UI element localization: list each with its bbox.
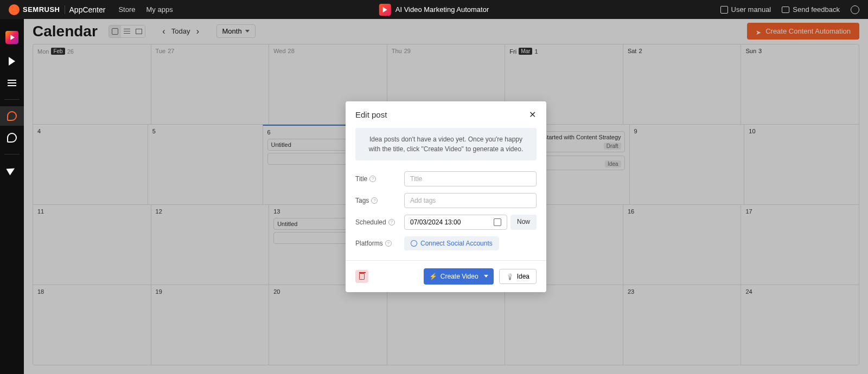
now-button[interactable]: Now <box>510 215 537 230</box>
tags-input[interactable] <box>404 193 537 208</box>
platforms-label: Platforms ? <box>355 240 399 247</box>
comment-icon <box>782 7 789 13</box>
sidebar-list[interactable] <box>0 73 24 93</box>
sidebar-divider <box>4 154 20 154</box>
sidebar <box>0 19 24 374</box>
gear-icon[interactable] <box>851 5 859 14</box>
send-feedback-label: Send feedback <box>793 5 840 14</box>
user-manual-label: User manual <box>731 5 771 14</box>
main: Calendar ‹ Today › Month Create Content … <box>24 19 868 374</box>
idea-label: Idea <box>517 273 529 280</box>
calendar-icon <box>494 218 501 226</box>
modal-overlay[interactable]: Edit post ✕ Idea posts don't have a vide… <box>24 19 868 374</box>
create-video-label: Create Video <box>441 273 478 280</box>
trash-icon <box>359 273 365 280</box>
semrush-icon <box>9 4 20 15</box>
tags-row: Tags ? <box>346 190 546 211</box>
book-icon <box>720 6 728 14</box>
help-icon[interactable]: ? <box>385 240 392 247</box>
nav-myapps[interactable]: My apps <box>146 5 173 14</box>
modal-info-banner: Idea posts don't have a video yet. Once … <box>355 128 537 160</box>
idea-button[interactable]: Idea <box>499 269 537 284</box>
modal-title: Edit post <box>355 110 387 119</box>
top-header: SEMRUSH AppCenter Store My apps AI Video… <box>0 0 868 19</box>
bulb-icon <box>506 273 514 280</box>
send-icon <box>8 166 16 175</box>
title-input[interactable] <box>404 171 537 186</box>
play-outline-icon <box>9 57 15 66</box>
sidebar-send[interactable] <box>0 161 24 180</box>
palette-icon <box>7 111 17 121</box>
sidebar-divider <box>4 99 20 100</box>
header-right: User manual Send feedback <box>720 5 859 14</box>
scheduled-value: 07/03/2024 13:00 <box>410 218 461 226</box>
connect-accounts-button[interactable]: Connect Social Accounts <box>404 236 499 250</box>
app-icon <box>379 4 391 16</box>
tags-label: Tags ? <box>355 197 399 204</box>
nav-store[interactable]: Store <box>118 5 135 14</box>
scheduled-input[interactable]: 07/03/2024 13:00 <box>404 215 507 230</box>
bolt-icon <box>429 273 437 280</box>
platforms-row: Platforms ? Connect Social Accounts <box>346 233 546 254</box>
sidebar-videos[interactable] <box>0 51 24 71</box>
appcenter-label[interactable]: AppCenter <box>65 5 106 14</box>
help-icon[interactable]: ? <box>369 176 376 182</box>
brand-logo: SEMRUSH <box>9 4 60 15</box>
chevron-down-icon <box>484 275 488 278</box>
edit-post-modal: Edit post ✕ Idea posts don't have a vide… <box>346 101 546 292</box>
send-feedback-link[interactable]: Send feedback <box>782 5 840 14</box>
scheduled-label: Scheduled ? <box>355 218 399 226</box>
palette-icon <box>7 133 17 143</box>
delete-button[interactable] <box>355 270 368 283</box>
sidebar-brand-kit-2[interactable] <box>0 128 24 147</box>
user-manual-link[interactable]: User manual <box>720 5 771 14</box>
scheduled-row: Scheduled ? 07/03/2024 13:00 Now <box>346 211 546 233</box>
link-icon <box>410 238 419 248</box>
sidebar-brand-kit-1[interactable] <box>0 106 24 126</box>
help-icon[interactable]: ? <box>371 197 378 204</box>
title-row: Title ? <box>346 168 546 190</box>
create-video-button[interactable]: Create Video <box>424 268 494 285</box>
modal-footer: Create Video Idea <box>346 260 546 292</box>
modal-header: Edit post ✕ <box>346 101 546 125</box>
title-label: Title ? <box>355 175 399 183</box>
close-icon[interactable]: ✕ <box>528 110 537 119</box>
help-icon[interactable]: ? <box>388 219 395 225</box>
list-icon <box>8 80 16 86</box>
header-nav: Store My apps <box>118 5 173 14</box>
app-title: AI Video Marketing Automator <box>379 4 489 16</box>
brand-text: SEMRUSH <box>23 5 60 14</box>
play-gradient-icon <box>5 31 18 44</box>
connect-accounts-label: Connect Social Accounts <box>420 240 493 247</box>
sidebar-app-icon[interactable] <box>0 25 24 49</box>
app-title-text: AI Video Marketing Automator <box>395 5 489 14</box>
